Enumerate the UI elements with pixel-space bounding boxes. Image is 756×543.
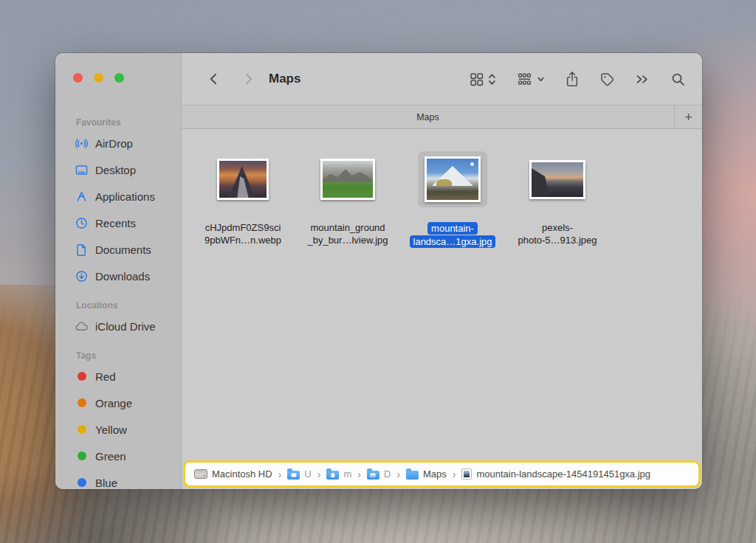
file-name: pexels- photo-5…913.jpeg (518, 221, 597, 246)
group-icon (516, 72, 533, 87)
home-folder-icon (326, 471, 339, 480)
airdrop-icon (75, 136, 89, 151)
tag-button[interactable] (599, 72, 615, 87)
sidebar: Favourites AirDrop Desktop (55, 53, 181, 489)
desktop-icon (75, 163, 89, 177)
tag-label: Blue (95, 477, 117, 489)
desktop-background: Favourites AirDrop Desktop (0, 0, 756, 543)
desktop-folder-icon (367, 471, 379, 480)
file-thumbnail (217, 159, 269, 200)
back-button[interactable] (207, 72, 221, 86)
toolbar-buttons (469, 71, 686, 88)
nav-buttons (207, 72, 255, 86)
search-icon (670, 72, 686, 87)
forward-button[interactable] (241, 72, 255, 86)
minimize-button[interactable] (94, 73, 103, 83)
chevron-up-down-icon (488, 72, 496, 87)
file-item-pexels-photo[interactable]: pexels- photo-5…913.jpeg (505, 144, 610, 248)
hard-drive-icon (194, 469, 207, 479)
orange-tag-dot-icon (78, 398, 86, 407)
clock-icon (75, 216, 89, 230)
sidebar-item-icloud-drive[interactable]: iCloud Drive (55, 313, 181, 339)
tab-maps[interactable]: Maps (182, 106, 674, 128)
sidebar-item-label: iCloud Drive (95, 320, 156, 333)
yellow-tag-dot-icon (78, 425, 86, 434)
sidebar-item-downloads[interactable]: Downloads (55, 263, 181, 289)
sidebar-item-documents[interactable]: Documents (55, 236, 181, 263)
file-grid: cHJpdmF0ZS9sci 9pbWFn…n.webp mountain_gr… (182, 129, 702, 248)
sidebar-tag-blue[interactable]: Blue (55, 469, 181, 489)
chevron-down-icon (537, 75, 545, 83)
sidebar-tag-red[interactable]: Red (55, 363, 181, 390)
tab-bar: Maps + (182, 105, 702, 129)
red-tag-dot-icon (78, 372, 86, 381)
path-separator: › (396, 468, 400, 480)
file-view: cHJpdmF0ZS9sci 9pbWFn…n.webp mountain_gr… (182, 129, 702, 489)
selection-backdrop (418, 151, 487, 207)
folder-icon (406, 471, 419, 480)
sidebar-section-tags: Tags (55, 348, 181, 363)
sidebar-item-label: Applications (95, 190, 155, 203)
more-toolbar-items-button[interactable] (635, 73, 650, 86)
finder-window: Favourites AirDrop Desktop (55, 53, 702, 489)
sidebar-tag-orange[interactable]: Orange (55, 390, 181, 416)
sidebar-item-label: Documents (95, 243, 151, 256)
sidebar-item-airdrop[interactable]: AirDrop (55, 130, 181, 156)
sidebar-section-locations: Locations (55, 298, 181, 313)
file-name: cHJpdmF0ZS9sci 9pbWFn…n.webp (205, 221, 281, 246)
sidebar-tag-green[interactable]: Green (55, 443, 181, 469)
tag-icon (599, 72, 615, 87)
search-button[interactable] (670, 72, 686, 87)
zoom-button[interactable] (114, 73, 124, 83)
close-button[interactable] (73, 73, 83, 83)
file-name-selected: mountain- landsca…1gxa.jpg (410, 221, 496, 248)
double-chevron-right-icon (635, 73, 650, 86)
main-pane: Maps (181, 53, 702, 489)
document-icon (75, 243, 89, 257)
sidebar-item-desktop[interactable]: Desktop (55, 156, 181, 183)
path-separator: › (317, 468, 321, 480)
users-folder-icon (287, 471, 300, 480)
path-item-maps-folder[interactable]: Maps (406, 468, 447, 480)
share-icon (565, 71, 580, 88)
green-tag-dot-icon (78, 452, 86, 460)
path-item-home[interactable]: m (326, 468, 351, 480)
sidebar-item-label: Recents (95, 217, 136, 229)
image-file-icon (461, 468, 472, 480)
path-separator: › (357, 468, 361, 480)
tag-label: Green (95, 450, 126, 463)
sidebar-item-applications[interactable]: Applications (55, 183, 181, 210)
file-name: mountain_ground _by_bur…lview.jpg (307, 221, 388, 246)
share-button[interactable] (565, 71, 580, 88)
file-item-mountain-landscape-selected[interactable]: mountain- landsca…1gxa.jpg (400, 144, 505, 248)
sidebar-tag-yellow[interactable]: Yellow (55, 416, 181, 443)
window-title: Maps (269, 72, 300, 86)
tag-label: Orange (95, 397, 132, 409)
view-options-button[interactable] (469, 72, 496, 87)
sidebar-item-label: Desktop (95, 164, 136, 176)
group-by-button[interactable] (516, 72, 545, 87)
path-item-users[interactable]: U (287, 468, 311, 480)
new-tab-button[interactable]: + (674, 106, 702, 128)
toolbar: Maps (182, 53, 702, 105)
path-item-volume[interactable]: Macintosh HD (194, 468, 272, 480)
file-thumbnail (425, 156, 481, 202)
path-item-file[interactable]: mountain-landscape-1454191451gxa.jpg (461, 468, 650, 480)
tag-label: Yellow (95, 423, 127, 436)
sidebar-item-label: Downloads (95, 270, 150, 283)
sidebar-item-label: AirDrop (95, 137, 133, 150)
file-item-webp[interactable]: cHJpdmF0ZS9sci 9pbWFn…n.webp (190, 144, 295, 248)
sidebar-section-favourites: Favourites (55, 115, 181, 130)
cloud-icon (75, 319, 89, 333)
path-item-parent[interactable]: D (367, 468, 391, 480)
blue-tag-dot-icon (78, 478, 86, 487)
tag-label: Red (95, 370, 116, 383)
file-item-mountain-ground[interactable]: mountain_ground _by_bur…lview.jpg (295, 144, 400, 248)
path-bar-highlighted: Macintosh HD › U › m › D › (183, 460, 701, 488)
sidebar-item-recents[interactable]: Recents (55, 210, 181, 236)
path-separator: › (278, 468, 282, 480)
window-controls (73, 73, 124, 83)
file-thumbnail (320, 159, 375, 200)
download-icon (75, 269, 89, 283)
file-thumbnail (529, 160, 585, 199)
